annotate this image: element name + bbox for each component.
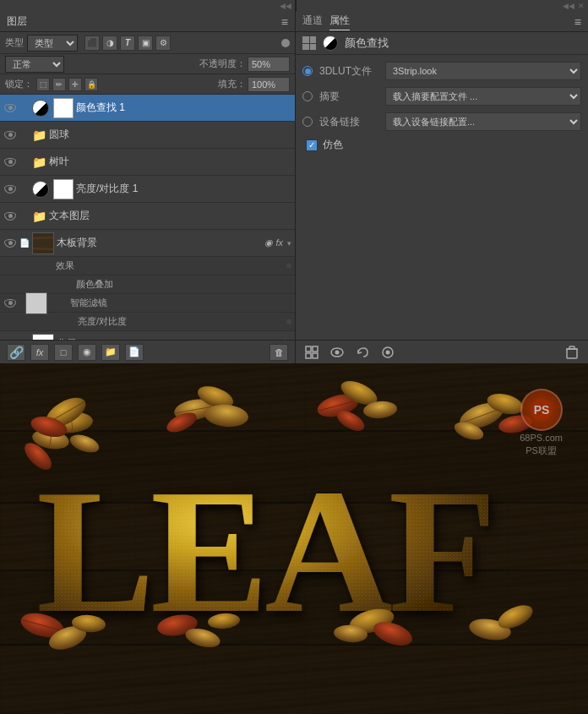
props-btn-grid[interactable] [302,344,321,361]
layer-brightness-filter[interactable]: 亮度/对比度 ≡ [0,313,295,331]
layer-name-circle: 圆球 [49,128,69,140]
new-folder-btn[interactable]: 📁 [101,344,120,361]
filter-icon-text[interactable]: T [120,35,135,51]
layer-brightness1[interactable]: 亮度/对比度 1 [0,176,295,203]
props-adjustment-icon-row [323,35,338,51]
lock-position-btn[interactable]: ✛ [68,78,82,91]
lock-pixels-btn[interactable]: ✏ [52,78,66,91]
properties-panel: ◀◀ ✕ 通道 属性 ≡ 颜色查找 [296,0,588,363]
lock-label: 锁定： [5,78,33,90]
checkbox-dither[interactable]: ✓ [306,139,318,151]
tab-channels[interactable]: 通道 [302,14,323,30]
canvas-area: LEAF LEAF [0,363,588,714]
svg-point-11 [386,350,390,354]
props-btn-undo[interactable] [353,344,372,361]
layers-menu-icon[interactable]: ≡ [281,15,288,29]
props-menu-icon[interactable]: ≡ [574,15,581,29]
layer-mask-brightness1 [53,179,74,199]
opacity-input[interactable] [248,57,290,72]
close-right-panel[interactable]: ✕ [578,2,585,10]
layer-visibility-brightness1[interactable] [3,183,17,196]
delete-layer-btn[interactable]: 🗑 [270,344,288,361]
fill-input[interactable] [248,77,290,92]
layer-thumb-brightness1 [32,181,49,198]
new-fill-btn[interactable]: ◉ [78,344,96,361]
layer-link-brightness1 [19,184,30,194]
props-section-title: 颜色查找 [345,35,389,51]
layer-link-leaves [19,157,30,167]
layer-color-lookup[interactable]: 颜色查找 1 [0,95,295,122]
props-adjustment-icon [323,35,338,51]
filter-icon-shape[interactable]: ▣ [138,35,153,51]
prop-dither-row: ✓ 仿色 [302,138,581,152]
grid-cell-3 [302,44,309,51]
layer-visibility-smart-filter[interactable] [3,297,17,310]
layer-mask-color-lookup [53,98,74,118]
add-mask-btn[interactable]: □ [54,344,73,361]
layer-info-text: 文本图层 [49,209,291,223]
dropdown-3dlut[interactable]: 3Strip.look [385,62,581,80]
layer-text-folder[interactable]: 📁 文本图层 [0,203,295,230]
watermark-logo: PS [520,389,563,431]
layer-info-circle: 圆球 [49,128,291,142]
layers-toolbar: 🔗 fx □ ◉ 📁 📄 🗑 [0,340,295,363]
layer-folder-icon-leaves: 📁 [32,155,46,169]
filter-icon-smart[interactable]: ⚙ [155,35,171,51]
layer-thumb-wood [32,232,54,254]
radio-abstract[interactable] [302,91,313,101]
blend-mode-row: 正常 不透明度： [0,54,295,74]
layer-name-smart-filter: 智能滤镜 [70,297,107,308]
layer-info-effects: 效果 [56,259,284,272]
dropdown-device[interactable]: 载入设备链接配置... [385,112,581,131]
filter-icon-adjust[interactable]: ◑ [102,35,117,51]
fx-btn[interactable]: fx [30,344,49,361]
layer-visibility-leaves[interactable] [3,155,17,169]
layer-visibility-color-lookup[interactable] [3,101,17,115]
layers-panel-title: 图层 [7,14,27,29]
props-grid-icon [302,36,316,50]
new-layer-btn[interactable]: 📄 [125,344,144,361]
layer-visibility-text[interactable] [3,210,17,223]
filter-icon-image[interactable]: ⬛ [84,35,100,51]
dropdown-abstract[interactable]: 载入摘要配置文件 ... [385,87,581,106]
fill-label: 填充： [218,78,246,90]
props-btn-visibility[interactable] [378,344,397,361]
lock-all-btn[interactable]: 🔒 [84,78,98,91]
label-abstract: 摘要 [319,90,378,104]
right-panel-collapse[interactable]: ◀◀ ✕ [296,0,588,12]
filter-dot [281,39,290,47]
filter-select[interactable]: 类型 [27,35,78,52]
layer-collapse-wood[interactable]: ▾ [287,239,291,248]
layers-panel-header: 图层 ≡ [0,12,295,32]
link-layers-btn[interactable]: 🔗 [7,344,25,361]
props-header: 通道 属性 ≡ [296,12,588,32]
radio-3dlut[interactable] [302,66,313,76]
layer-wood[interactable]: 📄 木板背景 ◉ fx ▾ [0,230,295,257]
layer-effects-group[interactable]: 效果 ≡ [0,257,295,275]
label-device: 设备链接 [319,115,378,129]
tab-properties[interactable]: 属性 [329,14,350,30]
layer-folder-icon-text: 📁 [32,210,46,223]
layer-info-brightness1: 亮度/对比度 1 [76,182,291,196]
lock-transparent-btn[interactable]: ⬚ [36,78,50,91]
layer-fx-wood: ◉ fx [264,237,283,248]
layer-background[interactable]: 背景 🔒 [0,331,295,340]
left-panel-collapse[interactable]: ◀◀ [0,0,295,12]
layer-leaves[interactable]: 📁 树叶 [0,149,295,176]
blend-mode-select[interactable]: 正常 [5,56,64,73]
props-btn-trash[interactable] [563,344,581,361]
layer-circle[interactable]: 📁 圆球 [0,122,295,149]
layer-info-color-overlay: 颜色叠加 [56,278,291,291]
layer-name-brightness1: 亮度/对比度 1 [76,183,138,194]
props-btn-eye[interactable] [328,344,346,361]
layer-name-effects: 效果 [56,260,74,270]
layer-info-color-lookup: 颜色查找 1 [76,101,291,115]
layer-smart-filter[interactable]: 智能滤镜 [0,294,295,313]
layers-panel: ◀◀ 图层 ≡ 类型 类型 ⬛ ◑ T ▣ ⚙ 正常 [0,0,296,363]
layer-name-text: 文本图层 [49,210,90,221]
layer-visibility-circle[interactable] [3,128,17,142]
layer-link-color-lookup [19,103,30,113]
svg-rect-5 [313,346,318,352]
layer-visibility-wood[interactable] [3,237,17,250]
radio-device[interactable] [302,117,313,127]
